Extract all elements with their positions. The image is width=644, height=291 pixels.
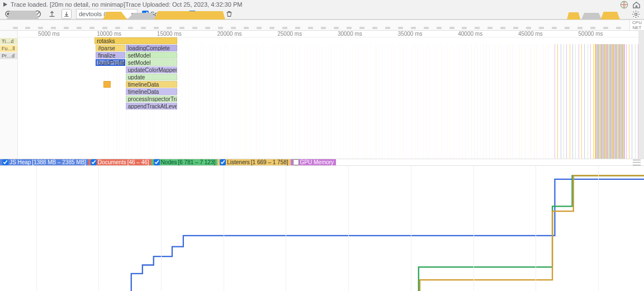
download-button[interactable] xyxy=(61,9,72,19)
cpu-net-panel: CPU NET xyxy=(0,20,644,31)
upload-button[interactable] xyxy=(47,9,57,19)
flame-entry-processInspectorTrace[interactable]: processInspectorTrace xyxy=(126,96,177,102)
status-bar: Trace loaded. [20m no detail, no minimap… xyxy=(0,0,644,9)
listeners-range: [1 669 – 1 758] xyxy=(251,159,288,165)
nodes-toggle[interactable]: Nodes [6 781 – 7 123] xyxy=(151,159,218,165)
globe-icon[interactable] xyxy=(619,0,628,9)
svg-marker-7 xyxy=(103,12,127,20)
memory-menu-icon[interactable] xyxy=(633,160,641,165)
gpu-toggle[interactable]: GPU Memory xyxy=(291,159,337,165)
flame-ruler-tick: 50000 ms xyxy=(579,31,603,37)
listeners-toggle[interactable]: Listeners [1 669 – 1 758] xyxy=(217,159,290,165)
flame-entry-timelineData1[interactable]: timelineData xyxy=(126,81,177,88)
flame-ruler-tick: 10000 ms xyxy=(97,31,121,37)
jsheap-toggle[interactable]: JS Heap [1388 MB – 2385 MB] xyxy=(0,159,88,165)
flame-ruler-tick: 15000 ms xyxy=(157,31,182,37)
settings-button[interactable] xyxy=(631,9,641,19)
memory-counters-row: JS Heap [1388 MB – 2385 MB] Documents [4… xyxy=(0,159,644,166)
nodes-range: [6 781 – 7 123] xyxy=(178,159,216,165)
nodes-label: Nodes xyxy=(161,159,177,165)
documents-label: Documents xyxy=(98,159,126,165)
jsheap-range: [1388 MB – 2385 MB] xyxy=(32,159,86,165)
play-icon[interactable] xyxy=(3,2,7,7)
cpu-label: CPU xyxy=(630,20,644,25)
status-trace-detail: [20m no detail, no minimap] xyxy=(50,1,125,8)
flame-entry-microtasks[interactable]: rotasks xyxy=(94,37,177,44)
documents-checkbox[interactable] xyxy=(91,159,97,165)
net-label: NET xyxy=(630,25,644,30)
svg-marker-11 xyxy=(581,13,602,20)
home-icon[interactable] xyxy=(632,0,641,9)
svg-marker-8 xyxy=(127,13,158,20)
jsheap-label: JS Heap xyxy=(10,159,31,165)
jsheap-checkbox[interactable] xyxy=(2,159,8,165)
flame-ruler-tick: 35000 ms xyxy=(398,31,423,37)
documents-toggle[interactable]: Documents [46 – 46] xyxy=(88,159,151,165)
flame-ruler-tick: 5000 ms xyxy=(38,31,59,37)
memory-chart[interactable] xyxy=(0,166,644,291)
flame-entry-loadingComplete[interactable]: loadingComplete xyxy=(126,45,177,51)
track-raster[interactable]: Pr…d xyxy=(0,53,17,59)
flame-entry-appendTrackAtLevel[interactable]: appendTrackAtLevel xyxy=(126,103,177,109)
memory-series-listeners xyxy=(107,175,644,291)
flame-ruler-tick: 45000 ms xyxy=(518,31,543,37)
toolbar: devtools #1 ▼ Screenshots Memory xyxy=(0,9,644,20)
flame-entry-update[interactable]: update xyxy=(126,74,177,80)
listeners-label: Listeners xyxy=(227,159,250,165)
flame-entry-setModel2[interactable]: setModel xyxy=(126,59,177,66)
svg-marker-10 xyxy=(567,12,580,20)
svg-point-5 xyxy=(634,13,637,15)
flame-ruler-tick: 20000 ms xyxy=(217,31,242,37)
flame-ruler-tick: 40000 ms xyxy=(458,31,482,37)
flame-ruler-tick: 25000 ms xyxy=(277,31,302,37)
memory-series-nodes xyxy=(107,175,644,291)
flame-entry-updateColorMapper[interactable]: updateColorMapper xyxy=(126,66,177,73)
nodes-checkbox[interactable] xyxy=(154,159,160,165)
track-main[interactable]: Fu…ll xyxy=(0,45,17,52)
gpu-label: GPU Memory xyxy=(300,159,334,165)
flamechart[interactable]: Ti…d Fu…ll Pr…d 5000 ms10000 ms15000 ms2… xyxy=(0,31,644,159)
trash-icon[interactable] xyxy=(224,9,234,19)
track-column: Ti…d Fu…ll Pr…d xyxy=(0,31,18,159)
flame-entry-setModel1[interactable]: setModel xyxy=(126,52,177,59)
documents-range: [46 – 46] xyxy=(127,159,149,165)
scroll-handle[interactable] xyxy=(638,31,644,159)
flame-ruler-tick: 30000 ms xyxy=(338,31,362,37)
gpu-checkbox[interactable] xyxy=(293,159,299,165)
track-timings[interactable]: Ti…d xyxy=(0,38,17,45)
memory-series-js-heap-(mb) xyxy=(107,179,644,291)
svg-marker-6 xyxy=(7,11,39,20)
flame-entry-timelineData2[interactable]: timelineData xyxy=(126,88,177,95)
status-trace-uploaded: Trace Uploaded: Oct 25, 2023, 4:32:30 PM xyxy=(125,1,242,8)
listeners-checkbox[interactable] xyxy=(220,159,226,165)
status-trace-loaded: Trace loaded. xyxy=(11,1,48,8)
svg-marker-9 xyxy=(154,11,225,20)
svg-marker-12 xyxy=(600,12,620,20)
